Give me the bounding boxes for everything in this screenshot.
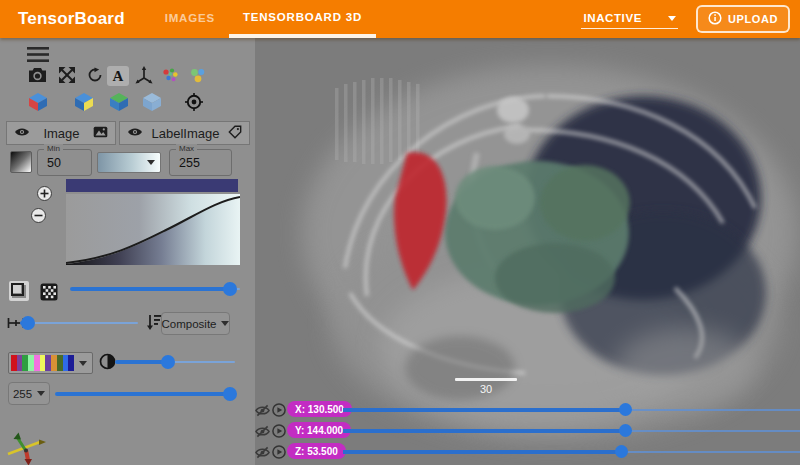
- sample-distance-slider[interactable]: [20, 316, 138, 330]
- range-selection-bar[interactable]: [66, 179, 238, 192]
- checkerboard-icon[interactable]: [40, 283, 58, 301]
- depth-dropdown[interactable]: 255: [8, 382, 50, 405]
- slider-fill: [343, 450, 622, 454]
- header-actions: INACTIVE UPLOAD: [581, 5, 790, 33]
- axes-gizmo-icon: [6, 430, 48, 465]
- axis-slider-x[interactable]: [343, 402, 800, 417]
- axis-row-x: X: 130.500: [255, 401, 800, 418]
- max-field-label: Max: [176, 144, 197, 153]
- slider-thumb[interactable]: [161, 355, 175, 369]
- tab-tensorboard-3d[interactable]: TENSORBOARD 3D: [229, 0, 376, 38]
- header-tabs: IMAGES TENSORBOARD 3D: [151, 0, 376, 38]
- play-icon[interactable]: [272, 424, 286, 438]
- scale-bar-label: 30: [455, 383, 517, 395]
- min-field-label: Min: [44, 144, 63, 153]
- eye-off-icon[interactable]: [255, 446, 270, 459]
- app-window: TensorBoard IMAGES TENSORBOARD 3D INACTI…: [0, 0, 800, 465]
- rotate-icon[interactable]: [87, 67, 103, 83]
- annotation-a-glyph: A: [113, 68, 124, 85]
- expand-icon[interactable]: [58, 66, 76, 84]
- layer-button-image[interactable]: Image: [6, 121, 116, 145]
- point-cloud-icon[interactable]: [161, 67, 178, 83]
- play-icon[interactable]: [272, 445, 286, 459]
- slider-thumb[interactable]: [619, 403, 632, 416]
- axis-row-z: Z: 53.500: [255, 443, 800, 460]
- play-icon[interactable]: [272, 403, 286, 417]
- layer-labelimage-label: LabelImage: [149, 126, 222, 141]
- depth-slider[interactable]: [55, 387, 235, 401]
- app-logo: TensorBoard: [18, 9, 125, 29]
- upload-label: UPLOAD: [728, 13, 778, 25]
- slider-thumb[interactable]: [223, 387, 237, 401]
- colormap-dropdown[interactable]: [97, 152, 161, 173]
- axis-row-y: Y: 144.000: [255, 422, 800, 439]
- target-icon[interactable]: [185, 93, 203, 111]
- eye-icon[interactable]: [14, 126, 30, 141]
- slider-fill: [343, 429, 626, 433]
- label-palette-dropdown[interactable]: [8, 352, 93, 374]
- sidebar: A Image: [0, 38, 255, 465]
- scale-bar-line: [455, 378, 517, 381]
- axis-slider-y[interactable]: [343, 423, 800, 438]
- status-label: INACTIVE: [583, 12, 641, 24]
- min-field[interactable]: Min 50: [37, 149, 92, 176]
- chevron-down-icon: [221, 321, 229, 326]
- transfer-function-plot[interactable]: [66, 194, 240, 265]
- border-square-icon[interactable]: [8, 280, 30, 302]
- scale-bar: 30: [455, 378, 517, 395]
- viewer-3d[interactable]: 30 X: 130.500 Y: 144.00: [255, 38, 800, 465]
- depth-label: 255: [13, 388, 32, 400]
- eye-off-icon[interactable]: [255, 404, 270, 417]
- contrast-icon[interactable]: [99, 353, 116, 370]
- max-field[interactable]: Max 255: [169, 149, 232, 176]
- layer-image-label: Image: [36, 126, 87, 141]
- menu-icon[interactable]: [26, 46, 50, 64]
- label-opacity-slider[interactable]: [115, 355, 235, 369]
- axis-value-pill-y[interactable]: Y: 144.000: [287, 422, 351, 438]
- slider-thumb[interactable]: [619, 424, 632, 437]
- eye-icon[interactable]: [127, 126, 143, 141]
- chevron-down-icon: [79, 361, 87, 366]
- blend-mode-label: Composite: [162, 318, 217, 330]
- chevron-down-icon: [37, 391, 45, 396]
- layer-button-labelimage[interactable]: LabelImage: [119, 121, 250, 145]
- upload-button[interactable]: UPLOAD: [696, 5, 790, 33]
- cube-red-icon[interactable]: [27, 92, 49, 112]
- eye-off-icon[interactable]: [255, 425, 270, 438]
- annotation-a-icon[interactable]: A: [107, 66, 129, 86]
- chevron-down-icon: [147, 160, 155, 165]
- max-field-value[interactable]: 255: [170, 150, 231, 170]
- slider-fill: [343, 408, 626, 412]
- slider-fill: [55, 392, 230, 396]
- cube-blue-icon[interactable]: [141, 92, 163, 112]
- slider-thumb[interactable]: [21, 316, 35, 330]
- info-icon: [708, 11, 722, 27]
- palette-swatches: [11, 355, 74, 371]
- slider-fill: [70, 287, 230, 291]
- status-dropdown[interactable]: INACTIVE: [581, 9, 677, 29]
- slider-thumb[interactable]: [223, 282, 237, 296]
- min-field-value[interactable]: 50: [38, 150, 91, 170]
- axis-slider-z[interactable]: [343, 444, 800, 459]
- image-icon: [93, 126, 108, 141]
- slider-thumb[interactable]: [615, 445, 628, 458]
- opacity-slider[interactable]: [70, 282, 240, 296]
- zoom-in-icon[interactable]: [37, 186, 52, 201]
- header: TensorBoard IMAGES TENSORBOARD 3D INACTI…: [0, 0, 800, 38]
- blend-mode-dropdown[interactable]: Composite: [161, 312, 230, 335]
- camera-icon[interactable]: [28, 67, 47, 83]
- zoom-out-icon[interactable]: [31, 208, 46, 223]
- slider-rail[interactable]: [20, 322, 138, 324]
- spheres-icon[interactable]: [189, 67, 206, 83]
- axis-value-pill-z[interactable]: Z: 53.500: [287, 443, 346, 459]
- opacity-gradient-button[interactable]: [10, 151, 32, 173]
- chevron-down-icon: [668, 16, 676, 21]
- cube-yellow-icon[interactable]: [73, 92, 95, 112]
- tab-images[interactable]: IMAGES: [151, 0, 229, 38]
- move-3d-icon[interactable]: [135, 66, 153, 84]
- cube-green-icon[interactable]: [108, 92, 130, 112]
- tag-icon: [228, 125, 242, 142]
